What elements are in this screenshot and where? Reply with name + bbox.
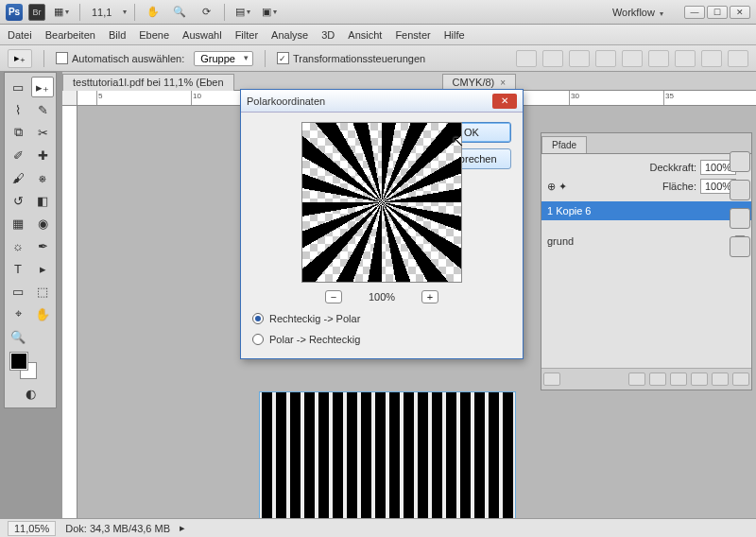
path-select-tool-icon[interactable]: ▸: [31, 258, 54, 279]
menu-edit[interactable]: Bearbeiten: [45, 29, 95, 41]
auto-select-target-combo[interactable]: Gruppe: [194, 51, 253, 66]
status-dropdown-icon[interactable]: ▸: [180, 522, 185, 534]
layer-row-background[interactable]: grund 🔒: [541, 232, 751, 251]
arrange-docs-icon[interactable]: ▤▾: [232, 4, 253, 21]
title-bar: Ps Br ▦▾ 11,1▾ ✋ 🔍 ⟳ ▤▾ ▣▾ Workflow ▾ — …: [0, 0, 756, 25]
history-brush-tool-icon[interactable]: ↺: [7, 190, 29, 211]
document-tab[interactable]: CMYK/8) ×: [442, 74, 516, 91]
rotate-view-icon[interactable]: ⟳: [196, 4, 216, 21]
menu-view[interactable]: Ansicht: [348, 29, 382, 41]
artwork-stripes[interactable]: [259, 391, 516, 537]
transform-controls-checkbox[interactable]: [277, 52, 289, 64]
pen-tool-icon[interactable]: ✒: [31, 235, 54, 256]
panel-icon[interactable]: [730, 180, 750, 200]
lock-icons[interactable]: ⊕ ✦: [547, 181, 567, 193]
current-tool-icon[interactable]: ▸₊: [8, 49, 32, 68]
status-doc-size[interactable]: Dok: 34,3 MB/43,6 MB: [65, 523, 170, 534]
menu-select[interactable]: Auswahl: [182, 29, 222, 41]
lasso-tool-icon[interactable]: ⌇: [7, 99, 29, 120]
menu-file[interactable]: Datei: [8, 29, 32, 41]
brush-tool-icon[interactable]: 🖌: [7, 167, 29, 188]
healing-tool-icon[interactable]: ✚: [31, 145, 54, 165]
dialog-close-button[interactable]: ✕: [492, 94, 517, 109]
document-tab[interactable]: testtutoria1l.pdf bei 11,1% (Eben: [62, 74, 234, 91]
close-button[interactable]: ✕: [730, 6, 750, 19]
auto-select-checkbox[interactable]: [56, 52, 68, 64]
adjustment-icon[interactable]: [670, 372, 687, 386]
menu-layer[interactable]: Ebene: [139, 29, 169, 41]
document-tabs: testtutoria1l.pdf bei 11,1% (Eben CMYK/8…: [62, 72, 756, 91]
align-left-icon[interactable]: [595, 50, 616, 67]
dialog-titlebar[interactable]: Polarkoordinaten ✕: [241, 90, 523, 113]
bridge-logo-icon[interactable]: Br: [28, 4, 45, 21]
option-rect-to-polar[interactable]: Rechteckig -> Polar: [252, 313, 511, 324]
radio-polar-to-rect[interactable]: [252, 334, 264, 345]
trash-icon[interactable]: [732, 372, 749, 386]
stamp-tool-icon[interactable]: ⎈: [31, 167, 54, 188]
filmstrip-icon[interactable]: ▦▾: [51, 4, 72, 21]
foreground-color-swatch[interactable]: [10, 353, 27, 370]
quick-select-tool-icon[interactable]: ✎: [31, 99, 54, 120]
group-icon[interactable]: [691, 372, 708, 386]
panel-icon[interactable]: [730, 208, 750, 229]
zoom-in-button[interactable]: +: [421, 290, 438, 303]
zoom-dropdown-icon[interactable]: ▾: [123, 8, 127, 16]
move-tool-icon[interactable]: ▸₊: [31, 77, 54, 97]
close-tab-icon[interactable]: ×: [500, 78, 506, 88]
fx-icon[interactable]: [628, 372, 645, 386]
type-tool-icon[interactable]: T: [7, 258, 29, 279]
slice-tool-icon[interactable]: ✂: [31, 122, 54, 143]
distribute-icon-2[interactable]: [701, 50, 722, 67]
eyedropper-tool-icon[interactable]: ✐: [7, 145, 29, 165]
eraser-tool-icon[interactable]: ◧: [31, 190, 54, 211]
panel-icon[interactable]: [730, 151, 750, 172]
hand-tool-icon[interactable]: ✋: [143, 4, 163, 21]
link-layers-icon[interactable]: [543, 372, 560, 386]
vertical-ruler[interactable]: [62, 106, 77, 518]
align-right-icon[interactable]: [648, 50, 669, 67]
align-hcenter-icon[interactable]: [622, 50, 643, 67]
transform-controls-option[interactable]: Transformationssteuerungen: [277, 52, 425, 64]
dodge-tool-icon[interactable]: ☼: [7, 235, 29, 256]
panel-tab-paths[interactable]: Pfade: [541, 136, 587, 153]
layer-row-selected[interactable]: 1 Kopie 6: [541, 201, 751, 220]
marquee-tool-icon[interactable]: ▭: [7, 77, 29, 97]
menu-help[interactable]: Hilfe: [444, 29, 465, 41]
gradient-tool-icon[interactable]: ▦: [7, 213, 29, 234]
zoom-tool-icon[interactable]: 🔍: [169, 4, 190, 21]
crop-tool-icon[interactable]: ⧉: [7, 122, 29, 143]
workspace-switcher[interactable]: Workflow ▾: [605, 5, 671, 20]
hand-tool-icon[interactable]: ✋: [31, 303, 54, 324]
align-top-icon[interactable]: [516, 50, 537, 67]
menu-filter[interactable]: Filter: [235, 29, 258, 41]
screen-mode-icon[interactable]: ▣▾: [259, 4, 280, 21]
menu-window[interactable]: Fenster: [395, 29, 430, 41]
3d-tool-icon[interactable]: ⬚: [31, 281, 54, 302]
auto-select-option[interactable]: Automatisch auswählen:: [56, 52, 184, 64]
new-layer-icon[interactable]: [712, 372, 729, 386]
panel-icon[interactable]: [730, 236, 750, 257]
filter-preview[interactable]: [301, 122, 462, 283]
zoom-out-button[interactable]: −: [325, 290, 342, 303]
blur-tool-icon[interactable]: ◉: [31, 213, 54, 234]
quick-mask-icon[interactable]: ◐: [19, 383, 42, 404]
distribute-icon[interactable]: [675, 50, 696, 67]
menu-3d[interactable]: 3D: [321, 29, 335, 41]
align-bottom-icon[interactable]: [569, 50, 590, 67]
color-swatches[interactable]: [7, 353, 54, 381]
zoom-level[interactable]: 11,1: [88, 7, 115, 18]
menu-analysis[interactable]: Analyse: [271, 29, 308, 41]
radio-rect-to-polar[interactable]: [252, 313, 264, 324]
opacity-label: Deckkraft:: [649, 162, 696, 173]
mask-icon[interactable]: [649, 372, 666, 386]
maximize-button[interactable]: ☐: [707, 6, 728, 19]
zoom-tool-icon[interactable]: 🔍: [7, 326, 29, 347]
status-zoom[interactable]: 11,05%: [8, 521, 56, 536]
option-polar-to-rect[interactable]: Polar -> Rechteckig: [252, 334, 511, 345]
distribute-icon-3[interactable]: [728, 50, 748, 67]
align-vcenter-icon[interactable]: [542, 50, 563, 67]
minimize-button[interactable]: —: [684, 6, 705, 19]
menu-image[interactable]: Bild: [109, 29, 126, 41]
3d-camera-tool-icon[interactable]: ⌖: [7, 303, 29, 324]
shape-tool-icon[interactable]: ▭: [7, 281, 29, 302]
